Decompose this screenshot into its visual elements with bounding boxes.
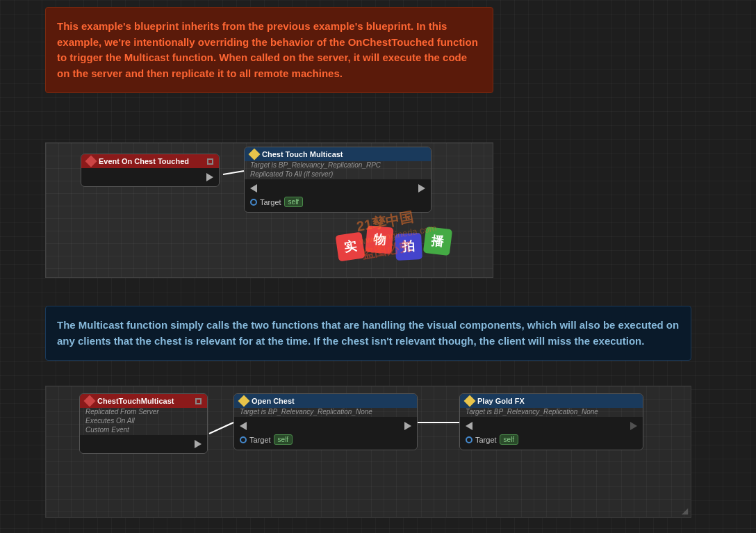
open-chest-diamond bbox=[238, 395, 250, 407]
multicast-target-self: self bbox=[284, 197, 304, 207]
bottom-description-panel: The Multicast function simply calls the … bbox=[45, 306, 691, 361]
multicast-target-label: Target bbox=[260, 198, 281, 206]
multicast-node-top[interactable]: Chest Touch Multicast Target is BP_Relev… bbox=[244, 147, 432, 213]
open-chest-title: Open Chest bbox=[252, 397, 295, 405]
multicast-exec-row bbox=[245, 182, 431, 195]
play-gold-fx-target-row: Target self bbox=[460, 432, 643, 447]
play-gold-fx-target-label: Target bbox=[475, 436, 497, 444]
watermark-stickers: 实 物 拍 播 bbox=[372, 247, 486, 274]
ctm-body bbox=[80, 435, 207, 453]
open-chest-subtitle: Target is BP_Relevancy_Replication_None bbox=[234, 408, 417, 417]
open-chest-exec-in[interactable] bbox=[240, 422, 247, 430]
multicast-node-body: Target self bbox=[245, 179, 431, 212]
event-node-body bbox=[81, 168, 219, 186]
multicast-node-title: Chest Touch Multicast bbox=[262, 150, 343, 158]
chest-touch-multicast-node[interactable]: ChestTouchMulticast Replicated From Serv… bbox=[79, 393, 208, 454]
open-chest-node[interactable]: Open Chest Target is BP_Relevancy_Replic… bbox=[233, 393, 418, 450]
play-gold-fx-target-self: self bbox=[500, 434, 519, 445]
play-gold-fx-exec-in[interactable] bbox=[466, 422, 472, 430]
multicast-exec-in-pin[interactable] bbox=[250, 184, 257, 192]
open-chest-body: Target self bbox=[234, 417, 417, 450]
open-chest-target-pin[interactable] bbox=[240, 436, 247, 443]
play-gold-fx-exec-row bbox=[460, 420, 643, 432]
event-node-exec-row bbox=[81, 171, 219, 183]
ctm-subtitle3: Custom Event bbox=[80, 426, 207, 435]
open-chest-exec-out[interactable] bbox=[404, 422, 411, 430]
ctm-square bbox=[195, 398, 202, 404]
open-chest-exec-row bbox=[234, 420, 417, 432]
play-gold-fx-header: Play Gold FX bbox=[460, 394, 643, 408]
play-gold-fx-target-pin[interactable] bbox=[466, 436, 472, 443]
svg-line-0 bbox=[223, 171, 244, 174]
play-gold-fx-exec-out[interactable] bbox=[630, 422, 637, 430]
play-gold-fx-node[interactable]: Play Gold FX Target is BP_Relevancy_Repl… bbox=[459, 393, 643, 450]
page-background: This example's blueprint inherits from t… bbox=[0, 0, 756, 533]
ctm-title: ChestTouchMulticast bbox=[97, 397, 174, 405]
svg-line-1 bbox=[209, 423, 233, 434]
play-gold-fx-title: Play Gold FX bbox=[477, 397, 525, 405]
blueprint-canvas-bottom[interactable]: ChestTouchMulticast Replicated From Serv… bbox=[45, 386, 691, 518]
multicast-node-header: Chest Touch Multicast bbox=[245, 147, 431, 161]
bottom-description-text: The Multicast function simply calls the … bbox=[57, 318, 680, 349]
multicast-diamond-icon bbox=[249, 149, 261, 161]
event-node-header: Event On Chest Touched bbox=[81, 154, 219, 168]
play-gold-fx-diamond bbox=[464, 395, 476, 407]
sticker-3: 拍 bbox=[395, 233, 422, 261]
multicast-subtitle1: Target is BP_Relevancy_Replication_RPC bbox=[245, 161, 431, 170]
top-description-panel: This example's blueprint inherits from t… bbox=[45, 7, 493, 93]
multicast-target-row: Target self bbox=[245, 195, 431, 209]
resize-handle[interactable]: ◢ bbox=[682, 506, 688, 516]
multicast-subtitle2: Replicated To All (if server) bbox=[245, 170, 431, 179]
event-exec-out-pin[interactable] bbox=[206, 173, 213, 181]
sticker-1: 实 bbox=[336, 232, 365, 262]
event-node-square bbox=[207, 158, 213, 165]
play-gold-fx-subtitle: Target is BP_Relevancy_Replication_None bbox=[460, 408, 643, 417]
event-node-title: Event On Chest Touched bbox=[99, 157, 189, 165]
blueprint-canvas-top[interactable]: Event On Chest Touched Chest Touch Multi… bbox=[45, 142, 493, 278]
event-node[interactable]: Event On Chest Touched bbox=[81, 154, 220, 187]
open-chest-target-row: Target self bbox=[234, 432, 417, 447]
sticker-4: 播 bbox=[423, 227, 452, 256]
play-gold-fx-body: Target self bbox=[460, 417, 643, 450]
multicast-target-pin[interactable] bbox=[250, 199, 257, 206]
open-chest-header: Open Chest bbox=[234, 394, 417, 408]
ctm-subtitle1: Replicated From Server bbox=[80, 408, 207, 417]
multicast-exec-out-pin[interactable] bbox=[418, 184, 425, 192]
ctm-exec-out[interactable] bbox=[195, 440, 202, 448]
top-description-text: This example's blueprint inherits from t… bbox=[57, 19, 482, 81]
open-chest-target-label: Target bbox=[249, 436, 271, 444]
sticker-2: 物 bbox=[365, 225, 393, 254]
ctm-subtitle2: Executes On All bbox=[80, 417, 207, 426]
chest-touch-multicast-header: ChestTouchMulticast bbox=[80, 394, 207, 408]
event-diamond-icon bbox=[85, 156, 97, 167]
ctm-exec-row bbox=[80, 438, 207, 450]
open-chest-target-self: self bbox=[274, 434, 293, 445]
ctm-diamond-icon bbox=[84, 395, 96, 407]
